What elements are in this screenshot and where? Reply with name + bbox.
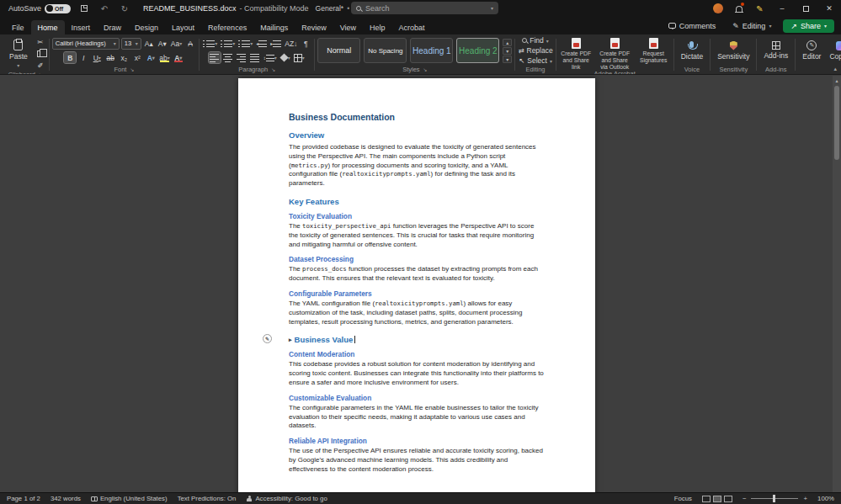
tab-mailings[interactable]: Mailings — [253, 20, 295, 34]
maximize-button[interactable] — [794, 0, 817, 17]
increase-indent-button[interactable]: ▸ — [269, 38, 282, 49]
doc-paragraph-customizable[interactable]: The configurable parameters in the YAML … — [289, 404, 545, 431]
replace-button[interactable]: ⇄Replace — [518, 46, 552, 55]
account-button[interactable] — [707, 0, 728, 17]
align-left-button[interactable] — [209, 52, 221, 63]
scrollbar-thumb[interactable] — [834, 86, 839, 160]
tab-insert[interactable]: Insert — [65, 20, 98, 34]
zoom-slider-thumb[interactable] — [773, 495, 775, 502]
close-button[interactable]: ✕ — [817, 0, 841, 17]
create-pdf-share-outlook-button[interactable]: Create PDF and Share via Outlook — [598, 38, 632, 70]
line-spacing-button[interactable]: ↕▾ — [263, 52, 278, 63]
text-effects-button[interactable]: A▾ — [145, 52, 157, 63]
autosave-switch[interactable]: Off — [45, 4, 71, 13]
tab-acrobat[interactable]: Acrobat — [392, 20, 432, 34]
sensitivity-button[interactable]: Sensitivity — [713, 41, 753, 61]
dialog-launcher-icon[interactable]: ↘ — [271, 66, 275, 72]
collapse-ribbon-button[interactable]: ▴ — [833, 66, 837, 72]
redo-button[interactable]: ↻ — [118, 4, 131, 13]
style-heading-1[interactable]: Heading 1 — [410, 38, 453, 63]
addins-button[interactable]: Add-ins — [759, 41, 792, 60]
request-signatures-button[interactable]: Request Signatures — [636, 38, 671, 64]
comments-button[interactable]: Comments — [663, 20, 721, 32]
styles-scroll-up-button[interactable]: ▴ — [503, 39, 512, 46]
format-painter-button[interactable]: ✐ — [35, 60, 46, 71]
cut-button[interactable]: ✂ — [35, 36, 46, 47]
borders-button[interactable]: ▾ — [293, 52, 306, 63]
zoom-slider[interactable] — [751, 498, 798, 499]
tab-help[interactable]: Help — [363, 20, 392, 34]
doc-paragraph-reliable[interactable]: The use of the Perspective API ensures r… — [289, 447, 545, 474]
bold-button[interactable]: B — [64, 52, 76, 63]
subscript-button[interactable]: x₂ — [118, 52, 130, 63]
decrease-indent-button[interactable]: ◂ — [255, 38, 268, 49]
shading-button[interactable]: ▾ — [279, 52, 291, 63]
read-mode-button[interactable] — [702, 496, 711, 502]
word-count[interactable]: 342 words — [51, 495, 81, 502]
dialog-launcher-icon[interactable]: ↘ — [39, 72, 43, 75]
doc-paragraph-moderation[interactable]: This codebase provides a robust solution… — [289, 360, 545, 387]
save-button[interactable] — [77, 4, 91, 13]
align-right-button[interactable] — [236, 52, 248, 63]
scroll-up-button[interactable]: ▴ — [835, 76, 838, 84]
doc-heading-customizable-evaluation[interactable]: Customizable Evaluation — [289, 394, 545, 402]
align-center-button[interactable] — [222, 52, 234, 63]
page-indicator[interactable]: Page 1 of 2 — [7, 495, 40, 502]
multilevel-list-button[interactable]: ▾ — [237, 38, 253, 49]
style-normal[interactable]: Normal — [317, 38, 360, 63]
change-case-button[interactable]: Aa▾ — [170, 38, 183, 49]
doc-paragraph-overview[interactable]: The provided codebase is designed to eva… — [289, 143, 545, 188]
styles-scroll-down-button[interactable]: ▾ — [503, 47, 512, 55]
doc-heading-dataset-processing[interactable]: Dataset Processing — [289, 255, 545, 263]
justify-button[interactable] — [249, 52, 261, 63]
tab-draw[interactable]: Draw — [97, 20, 128, 34]
bullets-button[interactable]: ▾ — [202, 38, 218, 49]
grow-font-button[interactable]: A▴ — [143, 38, 155, 49]
numbering-button[interactable]: ▾ — [220, 38, 236, 49]
heading-collapse-icon[interactable]: ▸ — [289, 337, 292, 342]
style-no-spacing[interactable]: No Spacing — [364, 38, 407, 63]
show-hide-marks-button[interactable]: ¶ — [300, 38, 311, 49]
tab-references[interactable]: References — [201, 20, 253, 34]
clear-formatting-button[interactable]: A — [184, 38, 196, 49]
zoom-out-button[interactable]: − — [743, 495, 747, 502]
doc-paragraph-toxicity[interactable]: The toxicity_perspective_api function le… — [289, 222, 545, 249]
focus-button[interactable]: Focus — [674, 495, 692, 502]
paste-button[interactable]: Paste ▾ — [5, 40, 32, 68]
doc-heading-business-value[interactable]: ✎ ▸Business Value — [289, 335, 545, 344]
vertical-scrollbar[interactable]: ▴ — [833, 76, 841, 492]
notifications-button[interactable] — [728, 0, 749, 17]
styles-gallery-more-button[interactable]: ▾ — [503, 56, 512, 63]
document-canvas[interactable]: Business Documentation Overview The prov… — [0, 76, 841, 492]
undo-button[interactable]: ↶ — [98, 4, 111, 13]
share-button[interactable]: ↗ Share ▾ — [783, 19, 834, 33]
find-button[interactable]: Find▾ — [522, 36, 549, 45]
language-status[interactable]: English (United States) — [91, 495, 168, 502]
doc-paragraph-dataset[interactable]: The process_docs function processes the … — [289, 265, 545, 284]
text-predictions-status[interactable]: Text Predictions: On — [178, 495, 237, 502]
tab-view[interactable]: View — [333, 20, 363, 34]
editor-button[interactable]: ✎ Editor — [798, 40, 825, 61]
select-button[interactable]: ↖Select▾ — [519, 56, 552, 65]
font-color-button[interactable]: A▾ — [173, 52, 184, 63]
sort-button[interactable]: AZ↓ — [284, 38, 298, 49]
doc-heading-toxicity-evaluation[interactable]: Toxicity Evaluation — [289, 212, 545, 220]
dialog-launcher-icon[interactable]: ↘ — [130, 66, 134, 72]
shrink-font-button[interactable]: A▾ — [157, 38, 168, 49]
doc-heading-overview[interactable]: Overview — [289, 130, 545, 140]
dictate-button[interactable]: Dictate — [677, 41, 707, 61]
underline-button[interactable]: U▾ — [91, 52, 103, 63]
superscript-button[interactable]: x² — [131, 52, 143, 63]
print-layout-button[interactable] — [713, 496, 721, 502]
tab-review[interactable]: Review — [295, 20, 333, 34]
strikethrough-button[interactable]: ab — [104, 52, 116, 63]
dialog-launcher-icon[interactable]: ↘ — [423, 66, 428, 72]
tab-design[interactable]: Design — [128, 20, 165, 34]
style-heading-2-selected[interactable]: Heading 2 — [456, 38, 499, 63]
copy-button[interactable] — [35, 48, 46, 59]
document-page[interactable]: Business Documentation Overview The prov… — [238, 78, 595, 492]
tab-file[interactable]: File — [5, 20, 31, 34]
tab-layout[interactable]: Layout — [165, 20, 201, 34]
tab-home[interactable]: Home — [31, 20, 65, 34]
text-highlight-button[interactable]: ab▾ — [158, 52, 170, 63]
